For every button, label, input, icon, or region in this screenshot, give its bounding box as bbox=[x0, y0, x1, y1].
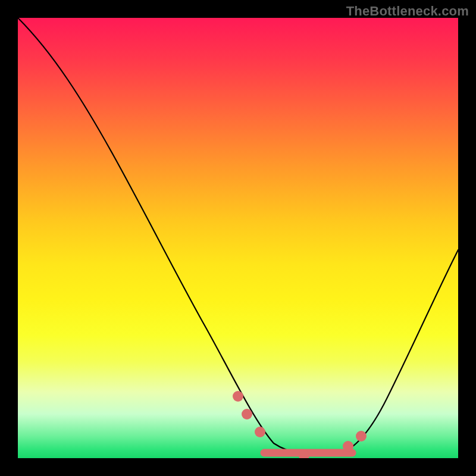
chart-frame: TheBottleneck.com bbox=[0, 0, 476, 476]
marker-dot bbox=[343, 441, 353, 452]
plot-area bbox=[18, 18, 458, 458]
marker-dot bbox=[233, 391, 243, 402]
marker-dots bbox=[233, 391, 367, 458]
curve-svg bbox=[18, 18, 458, 458]
marker-dot bbox=[255, 427, 265, 437]
marker-dot bbox=[242, 409, 252, 419]
watermark-text: TheBottleneck.com bbox=[346, 4, 469, 19]
bottleneck-curve bbox=[18, 18, 458, 456]
marker-dot bbox=[356, 431, 367, 441]
